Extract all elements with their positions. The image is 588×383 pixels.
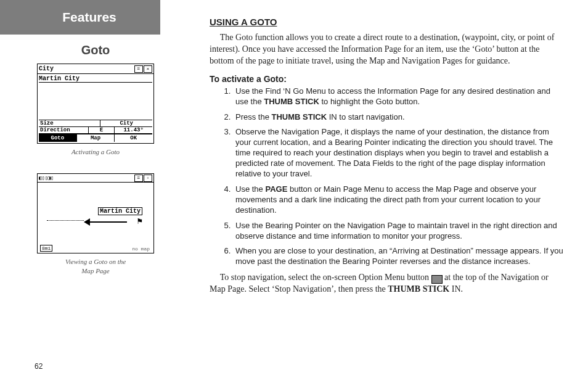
flag-icon: ⚑ — [137, 216, 142, 226]
direction-arrow — [84, 218, 90, 226]
gps-icon: ◧▯▯◨▯ — [39, 175, 54, 181]
page-term: PAGE — [265, 184, 287, 194]
size-label: Size — [39, 120, 100, 126]
sidebar-title: Goto — [0, 43, 191, 57]
step-2: Press the THUMB STICK IN to start naviga… — [233, 112, 563, 123]
figure2-caption: Viewing a Goto on the Map Page — [65, 257, 126, 275]
city-label: City — [100, 120, 152, 126]
map-scale: 8mi — [40, 245, 52, 252]
thumb-stick-term: THUMB STICK — [388, 284, 449, 294]
subheading: To activate a Goto: — [210, 73, 563, 85]
features-tab: Features — [0, 0, 160, 35]
map-button[interactable]: Map — [77, 134, 115, 142]
step-list: Use the Find ‘N Go Menu to access the In… — [210, 86, 563, 267]
no-map-label: no map — [132, 246, 150, 252]
direction-value: E — [89, 127, 115, 133]
manual-page: Features Goto City ≡ × Martin City Size … — [0, 0, 588, 383]
page-number: 62 — [35, 362, 43, 371]
main-content: USING A GOTO The Goto function allows yo… — [210, 0, 588, 383]
screen-header: City ≡ × — [38, 64, 153, 74]
map-body: Martin City ⚑ 8mi no map — [38, 183, 153, 253]
figure-viewing-goto-map: ◧▯▯◨▯ ≡ ▫ Martin City ⚑ 8mi no map Viewi… — [0, 173, 191, 275]
menu-icon: ≡ — [134, 175, 143, 182]
thumb-stick-term: THUMB STICK — [264, 97, 319, 106]
intro-paragraph: The Goto function allows you to create a… — [210, 32, 563, 67]
menu-icon: ≡ — [134, 65, 143, 73]
direction-label: Direction — [39, 127, 89, 133]
sidebar: Features Goto City ≡ × Martin City Size … — [0, 0, 191, 383]
bearing-value: 11.43° — [115, 127, 152, 133]
ok-button[interactable]: OK — [115, 134, 152, 142]
map-destination-label: Martin City — [98, 207, 142, 215]
closing-paragraph: To stop navigation, select the on-screen… — [210, 272, 563, 295]
device-screenshot-2: ◧▯▯◨▯ ≡ ▫ Martin City ⚑ 8mi no map — [37, 173, 154, 253]
step-4: Use the PAGE button or Main Page Menu to… — [233, 184, 563, 216]
thumb-stick-term: THUMB STICK — [272, 112, 327, 121]
figure1-caption: Activating a Goto — [71, 147, 120, 156]
screen-body: Martin City Size City Direction E 11.43° — [38, 74, 153, 143]
step-6: When you are close to your destination, … — [233, 246, 563, 267]
dotted-line — [47, 220, 84, 221]
close-icon: × — [144, 65, 152, 73]
device-screenshot-1: City ≡ × Martin City Size City Direction… — [37, 64, 154, 144]
page-icon: ▫ — [144, 175, 152, 182]
screen-title: City — [39, 65, 134, 72]
step-1: Use the Find ‘N Go Menu to access the In… — [233, 86, 563, 107]
section-heading: USING A GOTO — [210, 16, 563, 28]
step-5: Use the Bearing Pointer on the Navigatio… — [233, 221, 563, 242]
goto-button[interactable]: Goto — [39, 134, 77, 142]
figure-activating-goto: City ≡ × Martin City Size City Direction… — [0, 64, 191, 156]
item-name: Martin City — [39, 75, 152, 83]
map-header: ◧▯▯◨▯ ≡ ▫ — [38, 174, 153, 183]
step-3: Observe the Navigation Page, it displays… — [233, 127, 563, 179]
option-menu-icon: ≡ — [431, 275, 443, 284]
